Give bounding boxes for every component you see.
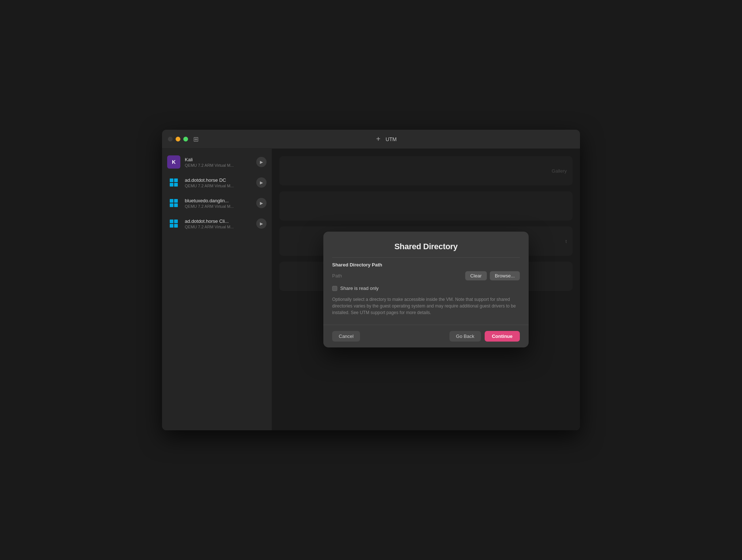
path-input[interactable]	[332, 273, 462, 279]
vm-name: Kali	[185, 157, 252, 162]
checkbox-label: Share is read only	[340, 285, 379, 291]
go-back-button[interactable]: Go Back	[449, 331, 481, 342]
cancel-button[interactable]: Cancel	[332, 331, 360, 342]
modal-body: Shared Directory Path Clear Browse... Sh…	[323, 257, 529, 325]
browse-button[interactable]: Browse...	[490, 271, 520, 280]
windows-icon-cli	[167, 217, 180, 230]
sidebar: K Kali QEMU 7.2 ARM Virtual M... ▶ ad.do…	[162, 149, 272, 430]
modal-description: Optionally select a directory to make ac…	[332, 296, 520, 316]
content-area: Gallery t Shared Directory	[272, 149, 580, 430]
checkbox-row: Share is read only	[332, 285, 520, 291]
app-window: ⊞ + UTM K Kali QEMU 7.2 ARM Virtual M...…	[162, 130, 580, 430]
modal-footer: Cancel Go Back Continue	[323, 325, 529, 347]
vm-play-cli[interactable]: ▶	[256, 218, 267, 229]
vm-name: ad.dotdot.horse Cli...	[185, 218, 252, 224]
clear-button[interactable]: Clear	[465, 271, 487, 280]
sidebar-toggle-icon[interactable]: ⊞	[193, 135, 199, 143]
vm-play-bluetuxedo[interactable]: ▶	[256, 198, 267, 208]
kali-icon: K	[167, 155, 180, 169]
vm-desc: QEMU 7.2 ARM Virtual M...	[185, 225, 252, 229]
section-label: Shared Directory Path	[332, 257, 520, 271]
modal-overlay: Shared Directory Shared Directory Path C…	[272, 149, 580, 430]
vm-desc: QEMU 7.2 ARM Virtual M...	[185, 184, 252, 188]
modal-title: Shared Directory	[332, 242, 520, 251]
read-only-checkbox[interactable]	[332, 286, 337, 291]
sidebar-item-kali[interactable]: K Kali QEMU 7.2 ARM Virtual M... ▶	[162, 152, 272, 172]
footer-right: Go Back Continue	[449, 331, 520, 342]
vm-name: bluetuxedo.danglin...	[185, 198, 252, 203]
add-vm-button[interactable]: +	[376, 135, 381, 143]
path-row: Clear Browse...	[332, 271, 520, 280]
windows-icon-dc	[167, 176, 180, 189]
windows-icon-bluetuxedo	[167, 196, 180, 210]
title-bar-center: + UTM	[199, 135, 574, 143]
title-bar: ⊞ + UTM	[162, 130, 580, 149]
maximize-button[interactable]	[183, 137, 188, 141]
main-layout: K Kali QEMU 7.2 ARM Virtual M... ▶ ad.do…	[162, 149, 580, 430]
vm-desc: QEMU 7.2 ARM Virtual M...	[185, 163, 252, 167]
sidebar-item-bluetuxedo[interactable]: bluetuxedo.danglin... QEMU 7.2 ARM Virtu…	[162, 193, 272, 213]
sidebar-item-addotdot-dc[interactable]: ad.dotdot.horse DC QEMU 7.2 ARM Virtual …	[162, 172, 272, 193]
modal-header: Shared Directory	[323, 232, 529, 257]
sidebar-item-addotdot-cli[interactable]: ad.dotdot.horse Cli... QEMU 7.2 ARM Virt…	[162, 213, 272, 234]
minimize-button[interactable]	[176, 137, 180, 141]
app-title: UTM	[386, 136, 397, 142]
vm-play-kali[interactable]: ▶	[256, 157, 267, 167]
continue-button[interactable]: Continue	[485, 331, 520, 342]
close-button[interactable]	[168, 137, 173, 141]
shared-directory-modal: Shared Directory Shared Directory Path C…	[323, 232, 529, 347]
traffic-lights	[168, 137, 188, 141]
vm-name: ad.dotdot.horse DC	[185, 177, 252, 183]
vm-desc: QEMU 7.2 ARM Virtual M...	[185, 204, 252, 209]
vm-play-dc[interactable]: ▶	[256, 177, 267, 188]
